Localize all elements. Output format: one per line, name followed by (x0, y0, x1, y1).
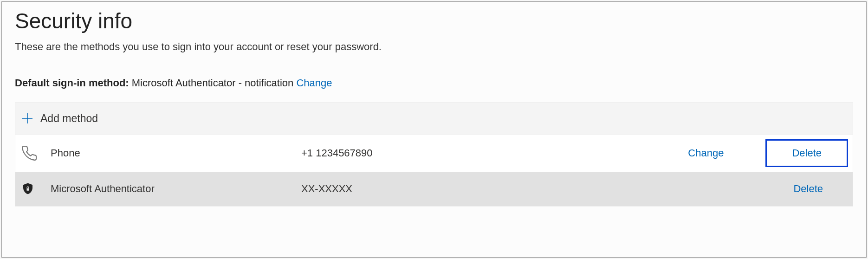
default-method-label: Default sign-in method: (15, 77, 132, 89)
method-value: XX-XXXXX (301, 183, 793, 195)
methods-list: Add method Phone +1 1234567890 Change De… (15, 102, 853, 207)
authenticator-icon (21, 182, 42, 196)
change-phone-link[interactable]: Change (688, 147, 724, 159)
delete-phone-button[interactable]: Delete (765, 139, 848, 167)
page-title: Security info (15, 8, 853, 33)
default-sign-in-method: Default sign-in method: Microsoft Authen… (15, 77, 853, 89)
default-method-value: Microsoft Authenticator - notification (132, 77, 294, 89)
delete-authenticator-button[interactable]: Delete (793, 183, 846, 195)
method-row-phone: Phone +1 1234567890 Change Delete (15, 135, 853, 172)
method-name: Microsoft Authenticator (51, 183, 301, 195)
method-actions: Change Delete (688, 146, 846, 161)
method-actions: Delete (793, 183, 846, 195)
method-name: Phone (51, 147, 301, 159)
add-method-button[interactable]: Add method (15, 103, 853, 135)
security-info-panel: Security info These are the methods you … (1, 1, 867, 258)
change-default-method-link[interactable]: Change (296, 77, 332, 89)
method-row-authenticator: Microsoft Authenticator XX-XXXXX Delete (15, 172, 853, 206)
method-value: +1 1234567890 (301, 147, 688, 159)
svg-rect-2 (27, 188, 29, 191)
phone-icon (21, 145, 42, 162)
page-subtitle: These are the methods you use to sign in… (15, 41, 853, 53)
add-method-label: Add method (40, 112, 98, 125)
plus-icon (21, 112, 34, 125)
